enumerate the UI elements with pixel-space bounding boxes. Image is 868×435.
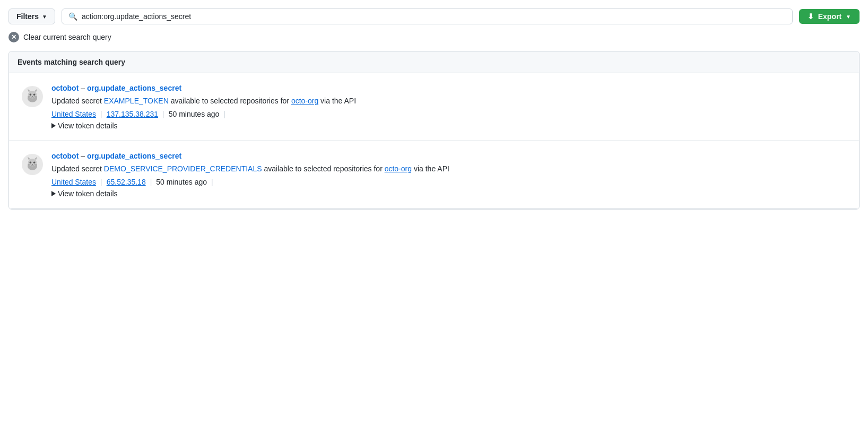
event-title: octobot – org.update_actions_secret	[51, 152, 846, 160]
export-download-icon: ⬇	[808, 12, 814, 21]
clear-icon: ✕	[8, 32, 19, 42]
svg-point-14	[28, 159, 37, 166]
event-action-link[interactable]: org.update_actions_secret	[87, 84, 181, 92]
meta-separator: |	[100, 178, 102, 186]
meta-separator-2: |	[150, 178, 152, 186]
clear-query-label: Clear current search query	[23, 33, 111, 41]
event-actor-link[interactable]: octobot	[51, 152, 79, 160]
svg-point-5	[30, 94, 32, 96]
export-button[interactable]: ⬇ Export ▼	[799, 9, 860, 24]
event-actor-link[interactable]: octobot	[51, 84, 79, 92]
avatar	[22, 154, 43, 175]
event-ip-link[interactable]: 137.135.38.231	[107, 110, 158, 118]
toolbar: Filters ▼ 🔍 ⬇ Export ▼	[8, 8, 860, 24]
event-time: 50 minutes ago	[169, 110, 220, 118]
view-token-toggle[interactable]: View token details	[51, 121, 846, 130]
table-row: octobot – org.update_actions_secret Upda…	[9, 73, 859, 141]
event-title: octobot – org.update_actions_secret	[51, 84, 846, 92]
org-link[interactable]: octo-org	[385, 164, 412, 173]
event-content: octobot – org.update_actions_secret Upda…	[51, 84, 846, 130]
svg-point-17	[30, 162, 32, 164]
search-icon: 🔍	[68, 12, 77, 21]
table-row: octobot – org.update_actions_secret Upda…	[9, 141, 859, 209]
event-ip-link[interactable]: 65.52.35.18	[107, 178, 146, 186]
secret-name: DEMO_SERVICE_PROVIDER_CREDENTIALS	[104, 164, 262, 173]
svg-point-19	[32, 164, 33, 165]
view-token-label: View token details	[58, 189, 118, 198]
clear-query-button[interactable]: ✕ Clear current search query	[8, 32, 860, 42]
search-input[interactable]	[82, 12, 786, 21]
filters-label: Filters	[16, 12, 39, 21]
event-location-link[interactable]: United States	[51, 178, 96, 186]
avatar-image	[23, 87, 42, 106]
search-box: 🔍	[62, 8, 793, 24]
filters-button[interactable]: Filters ▼	[8, 8, 55, 24]
meta-separator-2: |	[162, 110, 164, 118]
filters-chevron-icon: ▼	[42, 14, 47, 20]
event-time: 50 minutes ago	[156, 178, 207, 186]
svg-point-6	[33, 94, 36, 96]
event-description: Updated secret DEMO_SERVICE_PROVIDER_CRE…	[51, 163, 846, 175]
results-header: Events matching search query	[9, 51, 859, 73]
export-label: Export	[818, 12, 841, 21]
triangle-icon	[51, 123, 56, 128]
event-description: Updated secret EXAMPLE_TOKEN available t…	[51, 95, 846, 107]
results-container: Events matching search query	[8, 51, 860, 210]
event-meta: United States | 65.52.35.18 | 50 minutes…	[51, 178, 846, 186]
view-token-label: View token details	[58, 121, 118, 130]
event-content: octobot – org.update_actions_secret Upda…	[51, 152, 846, 198]
avatar-image	[23, 155, 42, 174]
event-location-link[interactable]: United States	[51, 110, 96, 118]
meta-pipe: |	[223, 110, 225, 118]
event-meta: United States | 137.135.38.231 | 50 minu…	[51, 110, 846, 118]
meta-pipe: |	[211, 178, 213, 186]
avatar	[22, 86, 43, 107]
org-link[interactable]: octo-org	[291, 97, 318, 105]
svg-point-18	[33, 162, 36, 164]
meta-separator: |	[100, 110, 102, 118]
event-action-link[interactable]: org.update_actions_secret	[87, 152, 181, 160]
svg-point-2	[28, 91, 37, 98]
secret-name: EXAMPLE_TOKEN	[104, 97, 169, 105]
svg-point-7	[32, 96, 33, 97]
export-chevron-icon: ▼	[846, 14, 851, 20]
triangle-icon	[51, 191, 56, 196]
view-token-toggle[interactable]: View token details	[51, 189, 846, 198]
